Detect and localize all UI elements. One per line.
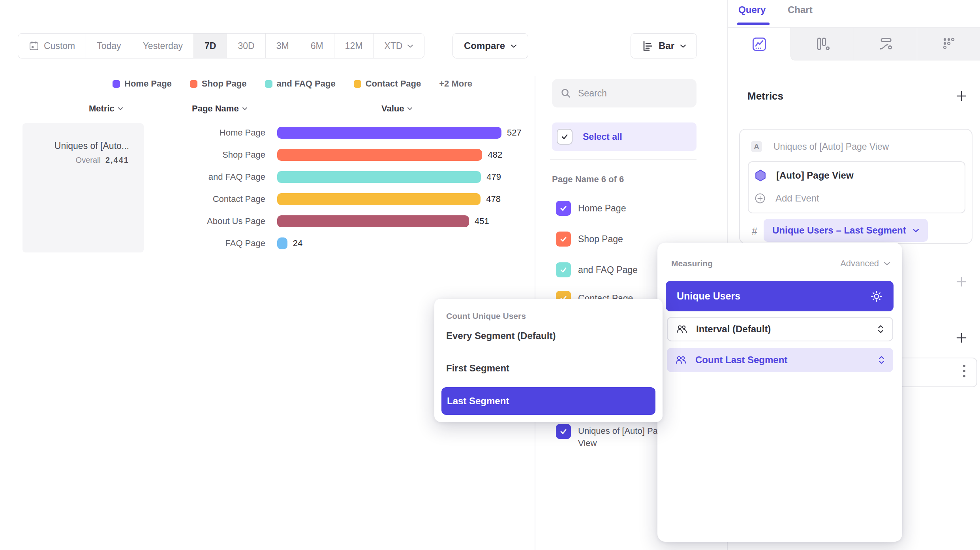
bar[interactable] [277,149,482,161]
filter-item-and-faq-page[interactable]: and FAQ Page [556,262,638,277]
segment-option-every-segment[interactable]: Every Segment (Default) [446,330,556,341]
bar-value: 482 [488,150,502,160]
legend-swatch [190,80,197,88]
compare-button[interactable]: Compare [452,33,528,58]
category-label: Home Page [20,128,265,138]
event-card: [Auto] Page View Add Event [748,161,965,213]
chart-legend: Home Page Shop Page and FAQ Page Contact… [113,79,472,89]
date-range-6m[interactable]: 6M [300,34,334,58]
bar[interactable] [277,237,287,249]
bar[interactable] [277,171,481,183]
date-range-12m[interactable]: 12M [334,34,374,58]
add-event-row[interactable]: Add Event [754,190,819,207]
bar-value: 451 [475,216,489,226]
more-options-icon[interactable] [963,365,965,377]
event-hexagon-icon [754,169,767,182]
chevron-down-icon [242,107,248,110]
search-input[interactable] [578,88,677,99]
date-range-7d[interactable]: 7D [194,34,227,58]
hash-symbol: # [752,226,757,237]
tab-query[interactable]: Query [738,4,766,15]
measuring-header: Measuring Advanced [671,258,890,269]
calendar-icon [29,41,39,51]
filter-item-home-page[interactable]: Home Page [556,201,626,216]
date-range-30d[interactable]: 30D [227,34,265,58]
add-metric-icon[interactable] [956,90,967,102]
chevron-down-icon [118,107,123,110]
chart-row: Contact Page 478 [20,188,537,210]
legend-item[interactable]: and FAQ Page [265,79,336,89]
chart-type-strip [728,27,980,60]
advanced-toggle[interactable]: Advanced [840,258,890,269]
chart-row: Home Page 527 [20,122,537,144]
chevron-down-icon [407,107,413,110]
chart-type-flows[interactable] [854,28,917,60]
retention-dots-icon [941,36,957,52]
event-row[interactable]: [Auto] Page View [754,167,854,184]
segment-option-last-segment[interactable]: Last Segment [441,387,655,415]
check-icon [559,427,568,436]
bar[interactable] [277,215,469,227]
column-header-metric[interactable]: Metric [89,104,123,114]
checkbox[interactable] [556,201,571,216]
series-title: Uniques of [Auto] Page View [773,141,889,152]
bar-value: 479 [486,172,501,182]
flows-icon [878,36,894,52]
measure-selector[interactable]: Unique Users – Last Segment [764,219,928,242]
legend-item[interactable]: Shop Page [190,79,247,89]
metric-card[interactable]: A Uniques of [Auto] Page View [Auto] Pag… [739,129,972,244]
bar[interactable] [277,127,501,139]
date-range-custom[interactable]: Custom [18,34,86,58]
count-segment-selector[interactable]: Count Last Segment [667,348,893,372]
measuring-option-unique-users[interactable]: Unique Users [666,281,894,311]
checkbox[interactable] [556,262,571,277]
date-range-yesterday[interactable]: Yesterday [132,34,194,58]
checkbox[interactable] [556,232,571,247]
search-box[interactable] [552,79,697,107]
count-unique-users-popover: Count Unique Users Every Segment (Defaul… [434,299,663,422]
select-all-label: Select all [583,132,622,142]
category-label: Shop Page [20,150,265,160]
category-label: and FAQ Page [20,172,265,182]
tab-chart[interactable]: Chart [788,4,813,15]
filter-item-metric-uniques[interactable]: Uniques of [Auto] Page View [556,424,671,448]
active-tab-underline [737,23,770,25]
category-label: FAQ Page [20,238,265,249]
interval-selector[interactable]: Interval (Default) [667,317,893,341]
chart-type-funnels[interactable] [790,28,854,60]
bar[interactable] [277,193,481,205]
series-badge: A [751,141,762,152]
legend-swatch [265,80,272,88]
legend-more[interactable]: +2 More [439,79,472,89]
date-range-today[interactable]: Today [86,34,132,58]
add-breakdown-icon[interactable] [956,332,967,344]
column-header-page-name[interactable]: Page Name [192,104,248,114]
column-header-value[interactable]: Value [381,104,413,114]
date-range-3m[interactable]: 3M [266,34,300,58]
select-all-checkbox[interactable] [557,129,573,145]
date-range-segmented-control: Custom Today Yesterday 7D 30D 3M 6M 12M … [18,33,424,58]
bar-value: 24 [293,238,302,249]
date-range-label: Custom [44,41,75,51]
add-event-label: Add Event [775,193,819,204]
chart-type-button[interactable]: Bar [631,33,697,58]
chevron-down-icon [680,44,686,48]
measuring-popover: Measuring Advanced Unique Users [657,243,902,542]
chart-type-insights[interactable] [728,28,790,60]
chevron-down-icon [884,262,890,266]
segment-option-first-segment[interactable]: First Segment [446,363,509,374]
gear-icon[interactable] [871,290,882,302]
filter-item-shop-page[interactable]: Shop Page [556,232,623,247]
check-icon [559,235,568,243]
select-all-row[interactable]: Select all [552,122,697,151]
chart-row: FAQ Page 24 [20,232,537,254]
legend-item[interactable]: Home Page [113,79,172,89]
legend-item[interactable]: Contact Page [354,79,421,89]
chart-row: and FAQ Page 479 [20,166,537,188]
chevron-down-icon [407,44,413,48]
date-range-xtd[interactable]: XTD [374,34,424,58]
event-name: [Auto] Page View [776,170,854,181]
add-filter-icon[interactable] [956,276,967,288]
checkbox[interactable] [556,424,571,439]
chart-type-retention[interactable] [917,28,980,60]
